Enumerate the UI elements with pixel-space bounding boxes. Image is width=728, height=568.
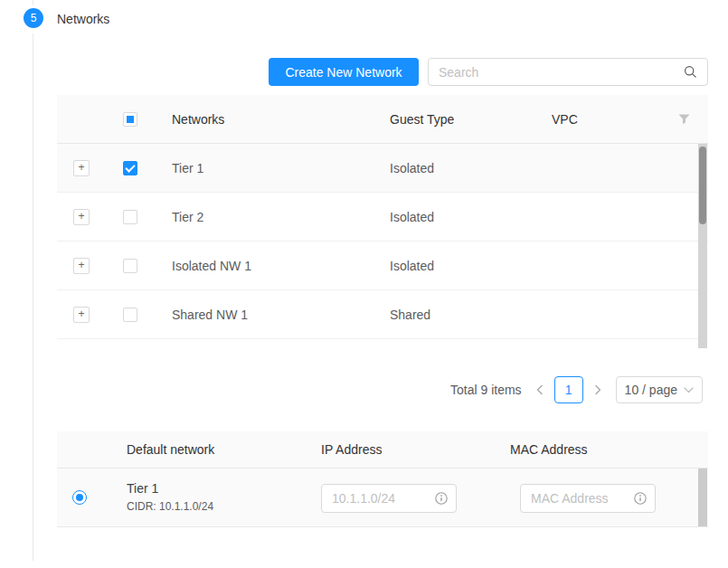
chevron-down-icon (684, 387, 694, 393)
row-checkbox[interactable] (123, 161, 137, 175)
guest-type-value: Isolated (390, 161, 434, 175)
networks-table: Networks Guest Type VPC + Tier 1 Isolate… (57, 95, 708, 348)
row-checkbox[interactable] (123, 210, 137, 224)
default-table-scrollbar[interactable] (698, 469, 707, 526)
step-rail-top (33, 0, 33, 5)
mac-address-input[interactable] (521, 491, 634, 506)
default-network-name: Tier 1 (127, 481, 158, 496)
guest-type-value: Isolated (390, 210, 434, 224)
select-all-checkbox[interactable] (123, 112, 137, 127)
table-row: + Tier 2 Isolated (57, 193, 708, 241)
row-checkbox[interactable] (123, 259, 137, 273)
create-new-network-button[interactable]: Create New Network (269, 58, 419, 86)
ip-address-field[interactable] (321, 484, 457, 513)
search-input[interactable] (429, 65, 684, 80)
column-header-guest-type: Guest Type (390, 112, 454, 127)
networks-step-page: 5 Networks Create New Network Networks G… (0, 0, 728, 568)
page-size-select[interactable]: 10 / page (616, 376, 703, 403)
expand-row-button[interactable]: + (73, 307, 90, 323)
step-title: Networks (57, 12, 109, 26)
filter-icon[interactable] (678, 114, 690, 125)
previous-page-button[interactable] (531, 384, 549, 395)
expand-row-button[interactable]: + (73, 258, 90, 274)
column-header-mac-address: MAC Address (510, 442, 588, 457)
guest-type-value: Shared (390, 308, 430, 322)
step-number-badge: 5 (24, 8, 43, 28)
next-page-button[interactable] (589, 384, 607, 395)
network-name: Tier 1 (172, 161, 203, 175)
default-network-row: Tier 1 CIDR: 10.1.1.0/24 (57, 469, 708, 527)
page-number-button[interactable]: 1 (554, 376, 583, 403)
network-name: Isolated NW 1 (172, 259, 251, 273)
networks-table-header: Networks Guest Type VPC (57, 95, 708, 144)
default-network-table: Default network IP Address MAC Address T… (57, 431, 708, 527)
page-size-value: 10 / page (625, 383, 677, 397)
default-network-radio[interactable] (72, 490, 87, 505)
network-name: Shared NW 1 (172, 308, 248, 322)
expand-row-button[interactable]: + (73, 209, 90, 225)
info-icon[interactable] (634, 492, 655, 505)
expand-row-button[interactable]: + (73, 160, 90, 176)
search-icon[interactable] (684, 65, 707, 79)
column-header-default-network: Default network (127, 442, 214, 457)
column-header-networks: Networks (172, 112, 224, 127)
default-network-table-header: Default network IP Address MAC Address (57, 431, 708, 469)
table-row: + Isolated NW 1 Isolated (57, 241, 708, 290)
info-icon[interactable] (435, 492, 456, 505)
network-name: Tier 2 (172, 210, 203, 224)
table-row: + Tier 1 Isolated (57, 144, 708, 193)
column-header-vpc: VPC (552, 112, 578, 127)
row-checkbox[interactable] (123, 308, 137, 322)
step-rail-line (33, 33, 33, 561)
mac-address-field[interactable] (520, 484, 656, 513)
column-header-ip-address: IP Address (321, 442, 382, 457)
search-box[interactable] (428, 58, 708, 86)
pagination-total: Total 9 items (450, 383, 522, 397)
table-row: + Shared NW 1 Shared (57, 290, 708, 339)
ip-address-input[interactable] (322, 491, 435, 506)
step-number: 5 (31, 12, 37, 24)
guest-type-value: Isolated (390, 259, 434, 273)
default-network-cidr: CIDR: 10.1.1.0/24 (127, 500, 213, 513)
pagination: Total 9 items 1 10 / page (450, 375, 703, 404)
table-scrollbar-thumb[interactable] (699, 147, 706, 224)
